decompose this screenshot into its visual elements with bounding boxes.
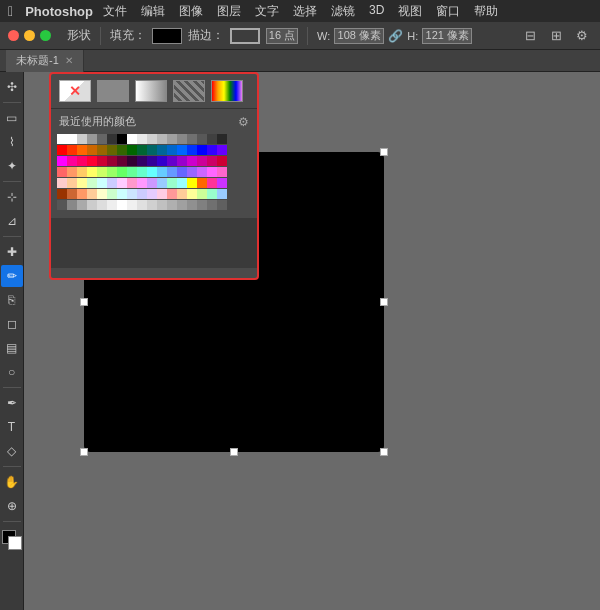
handle-bottom-mid[interactable] <box>230 448 238 456</box>
swatch-1-1[interactable] <box>67 145 77 155</box>
swatch-0-0[interactable] <box>57 134 67 144</box>
document-tab[interactable]: 未标题-1 ✕ <box>6 50 84 72</box>
swatch-3-0[interactable] <box>57 167 67 177</box>
swatch-1-12[interactable] <box>177 145 187 155</box>
swatch-3-4[interactable] <box>97 167 107 177</box>
foreground-background-colors[interactable] <box>2 530 22 550</box>
gradient-tool[interactable]: ▤ <box>1 337 23 359</box>
swatch-3-10[interactable] <box>157 167 167 177</box>
swatch-4-5[interactable] <box>107 178 117 188</box>
swatch-6-8[interactable] <box>137 200 147 210</box>
swatch-2-10[interactable] <box>157 156 167 166</box>
minimize-button[interactable] <box>24 30 35 41</box>
handle-bottom-left[interactable] <box>80 448 88 456</box>
shape-tool[interactable]: ◇ <box>1 440 23 462</box>
swatch-5-4[interactable] <box>97 189 107 199</box>
swatch-1-16[interactable] <box>217 145 227 155</box>
swatch-5-0[interactable] <box>57 189 67 199</box>
menu-select[interactable]: 选择 <box>293 3 317 20</box>
swatch-3-2[interactable] <box>77 167 87 177</box>
swatch-0-12[interactable] <box>177 134 187 144</box>
swatch-1-4[interactable] <box>97 145 107 155</box>
swatch-0-10[interactable] <box>157 134 167 144</box>
swatch-1-7[interactable] <box>127 145 137 155</box>
swatch-4-9[interactable] <box>147 178 157 188</box>
swatch-6-2[interactable] <box>77 200 87 210</box>
swatch-4-14[interactable] <box>197 178 207 188</box>
swatch-6-9[interactable] <box>147 200 157 210</box>
swatch-0-3[interactable] <box>87 134 97 144</box>
fill-color-swatch[interactable] <box>152 28 182 44</box>
text-tool[interactable]: T <box>1 416 23 438</box>
pattern-option[interactable] <box>173 80 205 102</box>
swatch-4-2[interactable] <box>77 178 87 188</box>
swatch-2-5[interactable] <box>107 156 117 166</box>
swatch-5-10[interactable] <box>157 189 167 199</box>
brush-tool[interactable]: ✏ <box>1 265 23 287</box>
swatch-2-13[interactable] <box>187 156 197 166</box>
handle-bottom-right[interactable] <box>380 448 388 456</box>
swatch-1-9[interactable] <box>147 145 157 155</box>
swatch-1-11[interactable] <box>167 145 177 155</box>
swatch-5-1[interactable] <box>67 189 77 199</box>
menu-file[interactable]: 文件 <box>103 3 127 20</box>
swatch-4-16[interactable] <box>217 178 227 188</box>
swatch-5-6[interactable] <box>117 189 127 199</box>
swatch-0-2[interactable] <box>77 134 87 144</box>
swatch-1-10[interactable] <box>157 145 167 155</box>
swatch-5-14[interactable] <box>197 189 207 199</box>
background-color[interactable] <box>8 536 22 550</box>
swatch-6-0[interactable] <box>57 200 67 210</box>
menu-image[interactable]: 图像 <box>179 3 203 20</box>
stroke-size-input[interactable] <box>266 28 298 44</box>
swatch-6-6[interactable] <box>117 200 127 210</box>
menu-text[interactable]: 文字 <box>255 3 279 20</box>
swatch-6-16[interactable] <box>217 200 227 210</box>
swatch-1-14[interactable] <box>197 145 207 155</box>
swatch-3-13[interactable] <box>187 167 197 177</box>
swatch-5-2[interactable] <box>77 189 87 199</box>
popup-gear-icon[interactable]: ⚙ <box>238 115 249 129</box>
swatch-5-15[interactable] <box>207 189 217 199</box>
swatch-6-7[interactable] <box>127 200 137 210</box>
swatch-2-6[interactable] <box>117 156 127 166</box>
menu-edit[interactable]: 编辑 <box>141 3 165 20</box>
clone-tool[interactable]: ⎘ <box>1 289 23 311</box>
swatch-1-3[interactable] <box>87 145 97 155</box>
close-button[interactable] <box>8 30 19 41</box>
rainbow-option[interactable] <box>211 80 243 102</box>
swatch-4-6[interactable] <box>117 178 127 188</box>
swatch-5-7[interactable] <box>127 189 137 199</box>
menu-view[interactable]: 视图 <box>398 3 422 20</box>
solid-color-option[interactable] <box>97 80 129 102</box>
menu-filter[interactable]: 滤镜 <box>331 3 355 20</box>
move-tool[interactable]: ✣ <box>1 76 23 98</box>
swatch-3-12[interactable] <box>177 167 187 177</box>
swatch-0-16[interactable] <box>217 134 227 144</box>
swatch-1-13[interactable] <box>187 145 197 155</box>
menu-3d[interactable]: 3D <box>369 3 384 20</box>
swatch-0-5[interactable] <box>107 134 117 144</box>
swatch-0-1[interactable] <box>67 134 77 144</box>
healing-tool[interactable]: ✚ <box>1 241 23 263</box>
swatch-4-0[interactable] <box>57 178 67 188</box>
swatch-3-7[interactable] <box>127 167 137 177</box>
swatch-3-14[interactable] <box>197 167 207 177</box>
swatch-6-3[interactable] <box>87 200 97 210</box>
swatch-3-11[interactable] <box>167 167 177 177</box>
swatch-4-12[interactable] <box>177 178 187 188</box>
swatch-1-15[interactable] <box>207 145 217 155</box>
swatch-4-1[interactable] <box>67 178 77 188</box>
swatch-2-7[interactable] <box>127 156 137 166</box>
handle-left-mid[interactable] <box>80 298 88 306</box>
swatch-6-12[interactable] <box>177 200 187 210</box>
settings-icon[interactable]: ⚙ <box>572 26 592 46</box>
swatch-0-6[interactable] <box>117 134 127 144</box>
swatch-5-3[interactable] <box>87 189 97 199</box>
width-input[interactable] <box>334 28 384 44</box>
swatch-0-13[interactable] <box>187 134 197 144</box>
swatch-3-9[interactable] <box>147 167 157 177</box>
swatch-1-8[interactable] <box>137 145 147 155</box>
swatch-5-16[interactable] <box>217 189 227 199</box>
swatch-4-11[interactable] <box>167 178 177 188</box>
